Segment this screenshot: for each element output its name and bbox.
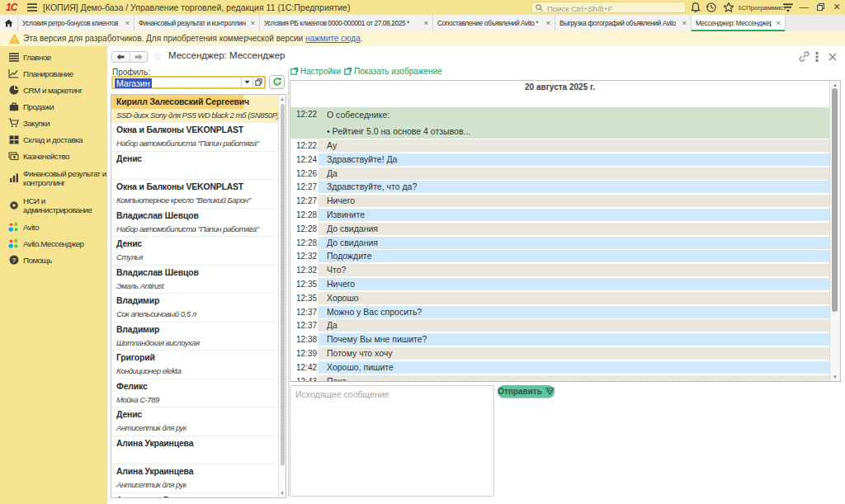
incoming-message-row[interactable]: 12:32Что?	[290, 264, 829, 276]
refresh-button[interactable]	[269, 75, 285, 89]
chat-list-item[interactable]: Владислав ШевцовЭмаль Antirust	[111, 266, 279, 294]
chat-list-item[interactable]: ДенисСтулья	[111, 237, 279, 266]
maximize-button[interactable]	[814, 0, 827, 13]
user-name-label[interactable]: 1СПрограммист	[738, 4, 786, 12]
tab-close-icon[interactable]: ×	[682, 19, 687, 27]
minimize-button[interactable]: —	[797, 0, 810, 13]
messenger-form: ☆ Мессенджер: Мессенджер Профиль: Магази…	[107, 46, 845, 504]
chat-list-item[interactable]: ВладимирШотландская вислоухая	[111, 323, 279, 351]
outgoing-message-row[interactable]: 12:28Извините	[290, 209, 829, 221]
profile-choose-button[interactable]	[253, 78, 264, 87]
outgoing-message-row[interactable]: 12:35Ничего	[290, 278, 829, 290]
scroll-down-arrow-icon[interactable]: ▼	[279, 490, 286, 497]
forward-button[interactable]	[130, 52, 148, 63]
message-panel-scrollbar-thumb[interactable]	[832, 88, 838, 312]
scroll-up-arrow-icon[interactable]: ▲	[830, 82, 840, 88]
sidebar-item[interactable]: Avito	[0, 219, 107, 235]
main-menu-icon[interactable]	[27, 3, 37, 12]
chat-contact-name: Алина Украинцева	[111, 464, 279, 478]
incoming-message-row[interactable]: 12:39Потому что хочу	[290, 347, 829, 360]
favorites-star-icon[interactable]	[723, 2, 734, 13]
chat-rows-container: Кирилл Залесовский СергеевичSSD-диск Son…	[111, 95, 279, 497]
window-tab[interactable]: Условия ретро-бонусов клиентов×	[18, 15, 135, 31]
chat-list-item[interactable]: Александр Романов	[111, 493, 279, 497]
sidebar-item[interactable]: Главное	[0, 49, 107, 65]
incoming-message-row[interactable]: 12:27Ничего	[290, 195, 829, 207]
add-to-favorites-star-icon[interactable]: ☆	[153, 49, 163, 63]
incoming-message-row[interactable]: 12:26Да	[290, 167, 829, 180]
chat-list-item[interactable]: ГригорийКондиционер elekta	[111, 351, 279, 379]
outgoing-message-row[interactable]: 12:38Почему Вы мне пишите?	[290, 333, 829, 346]
warning-purchase-link[interactable]: нажмите сюда	[305, 34, 361, 43]
scroll-up-arrow-icon[interactable]: ▲	[279, 96, 286, 102]
connection-quality-icon[interactable]	[782, 2, 794, 13]
message-text: Потому что хочу	[319, 347, 829, 360]
history-icon[interactable]	[706, 2, 717, 13]
sidebar-item[interactable]: ?Помощь	[0, 252, 107, 268]
sidebar-item[interactable]: Продажи	[0, 98, 107, 115]
chat-list-item[interactable]: Алина Украинцева	[111, 436, 279, 465]
sidebar-item[interactable]: Склад и доставка	[0, 131, 107, 148]
sidebar-item[interactable]: Казначейство	[0, 148, 107, 164]
panel-splitter-vertical[interactable]	[288, 69, 289, 497]
chat-list-item[interactable]: Кирилл Залесовский СергеевичSSD-диск Son…	[111, 95, 279, 124]
outgoing-message-textarea[interactable]: Исходящее сообщение	[290, 385, 494, 497]
chat-list-item[interactable]: Владислав ШевцовНабор автомобилиста "Пап…	[111, 209, 279, 238]
interlocutor-info-message[interactable]: 12:22 О собеседнике: • Рейтинг 5.0 на ос…	[290, 107, 829, 139]
chat-list-item[interactable]: Денис	[111, 152, 279, 181]
window-tab[interactable]: Выгрузка фотографий объявлений Avito×	[555, 15, 692, 31]
sidebar-item[interactable]: Закупки	[0, 115, 107, 131]
notifications-bell-icon[interactable]	[690, 2, 701, 13]
close-window-button[interactable]: ✕	[830, 0, 843, 13]
outgoing-message-row[interactable]: 12:28До свидания	[290, 237, 829, 249]
get-link-icon[interactable]	[799, 51, 810, 62]
global-search-input[interactable]: Поиск Ctrl+Shift+F	[531, 2, 686, 13]
window-tab[interactable]: Мессенджер: Мессенджер×	[692, 15, 786, 31]
tab-close-icon[interactable]: ×	[545, 19, 550, 27]
tab-close-icon[interactable]: ×	[125, 19, 130, 27]
outgoing-message-row[interactable]: 12:32Подождите	[290, 250, 829, 262]
profile-input-area[interactable]	[152, 78, 241, 87]
outgoing-message-row[interactable]: 12:27Здравствуйте, что да?	[290, 181, 829, 193]
profile-combobox[interactable]: Магазин	[111, 76, 266, 89]
incoming-message-row[interactable]: 12:37Да	[290, 319, 829, 332]
send-button[interactable]: Отправить	[498, 385, 555, 398]
chat-list-item[interactable]: Окна и Балконы VEKONPLASTНабор автомобил…	[111, 123, 279, 152]
window-tab[interactable]: Условия РБ клиентов 0000-000001 от 27.08…	[260, 15, 433, 31]
sidebar-item[interactable]: Avito.Мессенджер	[0, 235, 107, 252]
sidebar-item[interactable]: НСИ и администрирование	[0, 191, 107, 219]
incoming-message-row[interactable]: 12:22Ау	[290, 139, 829, 152]
settings-link[interactable]: Настройки	[290, 67, 341, 76]
outgoing-message-row[interactable]: 12:24Здравствуйте! Да	[290, 153, 829, 166]
scroll-down-arrow-icon[interactable]: ▼	[830, 374, 840, 380]
chat-list-scrollbar[interactable]: ▲ ▼	[278, 95, 286, 497]
window-tab[interactable]: Финансовый результат и контроллинг×	[135, 15, 260, 31]
profile-dropdown-button[interactable]	[241, 78, 253, 87]
incoming-message-row[interactable]: 12:28До свидания	[290, 223, 829, 235]
chat-list-item[interactable]: ВладимирСок апельсиновый 0,5 л	[111, 294, 279, 323]
chat-list-item[interactable]: ДенисАнтисептик для рук	[111, 407, 279, 436]
message-time: 12:26	[290, 167, 319, 180]
close-form-icon[interactable]	[828, 53, 837, 61]
incoming-message-row[interactable]: 12:35Хорошо	[290, 292, 829, 304]
window-tab[interactable]: Сопоставление объявлений Avito *×	[433, 15, 555, 31]
message-panel-scrollbar[interactable]: ▲ ▼	[829, 81, 840, 381]
chat-list-item[interactable]: Окна и Балконы VEKONPLASTКомпьютерное кр…	[111, 180, 279, 209]
sidebar-item[interactable]: CRM и маркетинг	[0, 82, 107, 98]
incoming-message-row[interactable]: 12:43Пока	[290, 375, 829, 381]
tab-close-icon[interactable]: ×	[423, 19, 428, 27]
home-tab[interactable]	[0, 15, 18, 31]
outgoing-message-row[interactable]: 12:37Можно у Вас спросить?	[290, 306, 829, 318]
outgoing-message-row[interactable]: 12:42Хорошо, пишите	[290, 361, 829, 374]
chat-list-item[interactable]: Алина УкраинцеваАнтисептик для рук	[111, 464, 279, 493]
show-image-link[interactable]: Показать изображение	[344, 67, 442, 76]
tab-close-icon[interactable]: ×	[776, 19, 781, 27]
back-button[interactable]	[112, 52, 130, 63]
more-actions-icon[interactable]	[815, 51, 819, 62]
tab-close-icon[interactable]: ×	[250, 19, 255, 27]
panel-splitter-horizontal[interactable]	[290, 381, 841, 382]
sidebar-item[interactable]: Планирование	[0, 65, 107, 82]
chat-list-item[interactable]: ФеликсМойка С-789	[111, 379, 279, 408]
sidebar-item[interactable]: Финансовый результат и контроллинг	[0, 164, 107, 191]
chat-list-scrollbar-thumb[interactable]	[281, 104, 285, 465]
